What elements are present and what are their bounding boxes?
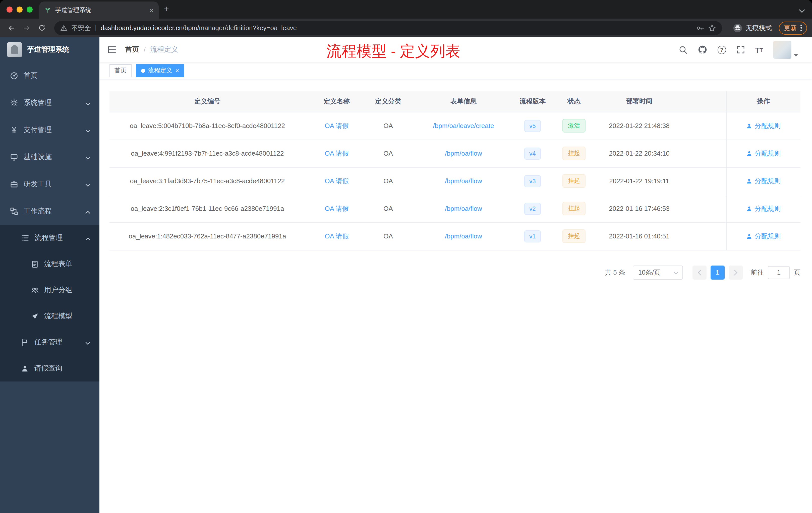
table-row: oa_leave:2:3c1f0ef1-76b1-11ec-9c66-a2380… bbox=[110, 195, 801, 222]
goto-page-input[interactable] bbox=[768, 266, 790, 279]
prev-page-button[interactable] bbox=[693, 265, 706, 279]
browser-tab[interactable]: 芋道管理系统 × bbox=[39, 1, 159, 19]
tag-process-definition[interactable]: 流程定义 × bbox=[136, 64, 184, 77]
person-icon bbox=[746, 123, 752, 129]
sidebar-toggle-icon[interactable] bbox=[107, 45, 117, 55]
definition-name-link[interactable]: OA 请假 bbox=[325, 232, 348, 240]
top-navbar: 首页 / 流程定义 流程模型 - 定义列表 ? TT bbox=[99, 37, 812, 62]
definition-name-link[interactable]: OA 请假 bbox=[325, 122, 348, 129]
user-menu[interactable] bbox=[773, 41, 798, 59]
password-key-icon[interactable] bbox=[696, 24, 704, 32]
bookmark-star-icon[interactable] bbox=[708, 24, 716, 32]
form-info-link[interactable]: /bpm/oa/flow bbox=[445, 177, 482, 185]
spacer-cell bbox=[677, 91, 726, 112]
version-badge: v2 bbox=[524, 203, 541, 215]
tag-close-icon[interactable]: × bbox=[175, 67, 179, 74]
page-size-select[interactable]: 10条/页 bbox=[633, 265, 683, 279]
sidebar-item-label: 首页 bbox=[24, 71, 90, 80]
tag-label: 流程定义 bbox=[148, 66, 172, 75]
sidebar: 芋道管理系统 首页 系统管理 支付管理 基础设施 bbox=[0, 37, 99, 513]
app-logo[interactable]: 芋道管理系统 bbox=[0, 37, 99, 62]
definition-name-link[interactable]: OA 请假 bbox=[325, 149, 348, 157]
form-info-link[interactable]: /bpm/oa/flow bbox=[445, 205, 482, 212]
assign-rule-link[interactable]: 分配规则 bbox=[746, 149, 781, 158]
spacer-cell bbox=[677, 167, 726, 195]
back-icon[interactable] bbox=[5, 21, 18, 34]
browser-menu-icon[interactable] bbox=[801, 25, 802, 31]
new-tab-button[interactable]: + bbox=[164, 4, 169, 13]
chrome-update-button[interactable]: 更新 bbox=[779, 21, 807, 34]
breadcrumb-separator: / bbox=[144, 46, 146, 54]
person-icon bbox=[21, 365, 29, 372]
form-info-link[interactable]: /bpm/oa/flow bbox=[445, 233, 482, 240]
col-definition-category: 定义分类 bbox=[368, 91, 408, 112]
sidebar-item-label: 基础设施 bbox=[24, 153, 80, 162]
users-icon bbox=[31, 286, 39, 294]
tab-close-icon[interactable]: × bbox=[149, 6, 154, 14]
tab-favicon bbox=[44, 6, 51, 13]
annotation-title: 流程模型 - 定义列表 bbox=[326, 41, 460, 62]
search-icon[interactable] bbox=[679, 46, 687, 54]
col-form-info: 表单信息 bbox=[408, 91, 519, 112]
form-info-link[interactable]: /bpm/oa/leave/create bbox=[433, 122, 494, 129]
flag-icon bbox=[21, 338, 29, 346]
list-icon bbox=[21, 234, 29, 242]
close-window-button[interactable] bbox=[6, 6, 12, 12]
assign-rule-link[interactable]: 分配规则 bbox=[746, 121, 781, 130]
definition-name-link[interactable]: OA 请假 bbox=[325, 205, 348, 212]
reload-icon[interactable] bbox=[35, 21, 48, 34]
chevron-down-icon bbox=[85, 99, 90, 107]
next-page-button[interactable] bbox=[729, 265, 743, 279]
page-content: 定义编号 定义名称 定义分类 表单信息 流程版本 状态 部署时间 操作 bbox=[99, 79, 812, 513]
definition-id: oa_leave:5:004b710b-7b8a-11ec-8ef0-acde4… bbox=[110, 112, 305, 140]
tag-home[interactable]: 首页 bbox=[110, 64, 132, 77]
logo-avatar bbox=[7, 42, 22, 57]
sidebar-item-infra[interactable]: 基础设施 bbox=[0, 144, 99, 171]
sidebar-item-system[interactable]: 系统管理 bbox=[0, 89, 99, 117]
page-number-button[interactable]: 1 bbox=[710, 265, 725, 279]
sidebar-item-workflow[interactable]: 工作流程 bbox=[0, 198, 99, 225]
breadcrumb-current: 流程定义 bbox=[150, 45, 178, 54]
status-badge: 激活 bbox=[562, 119, 585, 132]
browser-toolbar: 不安全 | dashboard.yudao.iocoder.cn/bpm/man… bbox=[0, 19, 812, 37]
deploy-time: 2022-01-22 19:19:11 bbox=[602, 167, 677, 195]
breadcrumb-home[interactable]: 首页 bbox=[125, 45, 139, 54]
assign-rule-label: 分配规则 bbox=[755, 232, 781, 241]
assign-rule-link[interactable]: 分配规则 bbox=[746, 232, 781, 241]
sidebar-item-leave-query[interactable]: 请假查询 bbox=[0, 355, 99, 382]
definition-category: OA bbox=[368, 112, 408, 140]
sidebar-item-label: 研发工具 bbox=[24, 180, 80, 189]
sidebar-item-process-form[interactable]: 流程表单 bbox=[0, 251, 99, 277]
address-bar[interactable]: 不安全 | dashboard.yudao.iocoder.cn/bpm/man… bbox=[54, 21, 722, 35]
sidebar-item-process-model[interactable]: 流程模型 bbox=[0, 303, 99, 329]
chevron-down-icon bbox=[85, 153, 90, 161]
assign-rule-link[interactable]: 分配规则 bbox=[746, 204, 781, 213]
github-icon[interactable] bbox=[698, 45, 707, 54]
url-path: /bpm/manager/definition?key=oa_leave bbox=[183, 24, 297, 32]
zoom-window-button[interactable] bbox=[27, 6, 33, 12]
sidebar-item-user-group[interactable]: 用户分组 bbox=[0, 277, 99, 303]
sidebar-item-task-mgmt[interactable]: 任务管理 bbox=[0, 329, 99, 355]
sidebar-item-devtools[interactable]: 研发工具 bbox=[0, 171, 99, 198]
font-size-icon[interactable]: TT bbox=[755, 46, 763, 54]
chevron-up-icon bbox=[85, 234, 90, 242]
tags-view: 首页 流程定义 × bbox=[99, 62, 812, 79]
help-icon[interactable]: ? bbox=[717, 46, 726, 54]
minimize-window-button[interactable] bbox=[17, 6, 23, 12]
pagination: 共 5 条 10条/页 1 前往 页 bbox=[110, 265, 801, 279]
sidebar-item-process-mgmt[interactable]: 流程管理 bbox=[0, 225, 99, 251]
form-info-link[interactable]: /bpm/oa/flow bbox=[445, 150, 482, 157]
table-row: oa_leave:5:004b710b-7b8a-11ec-8ef0-acde4… bbox=[110, 112, 801, 140]
workflow-submenu: 流程管理 流程表单 用户分组 流程模型 任务管理 bbox=[0, 225, 99, 382]
assign-rule-link[interactable]: 分配规则 bbox=[746, 176, 781, 185]
incognito-label: 无痕模式 bbox=[746, 23, 772, 32]
col-definition-id: 定义编号 bbox=[110, 91, 305, 112]
fullscreen-icon[interactable] bbox=[736, 46, 745, 54]
tab-overflow-chevron-icon[interactable] bbox=[799, 6, 805, 15]
sidebar-item-home[interactable]: 首页 bbox=[0, 62, 99, 89]
deploy-time: 2022-01-22 21:48:38 bbox=[602, 112, 677, 140]
forward-icon[interactable] bbox=[20, 21, 33, 34]
sidebar-item-payment[interactable]: 支付管理 bbox=[0, 117, 99, 144]
definition-name-link[interactable]: OA 请假 bbox=[325, 177, 348, 184]
definition-table: 定义编号 定义名称 定义分类 表单信息 流程版本 状态 部署时间 操作 bbox=[110, 91, 801, 250]
